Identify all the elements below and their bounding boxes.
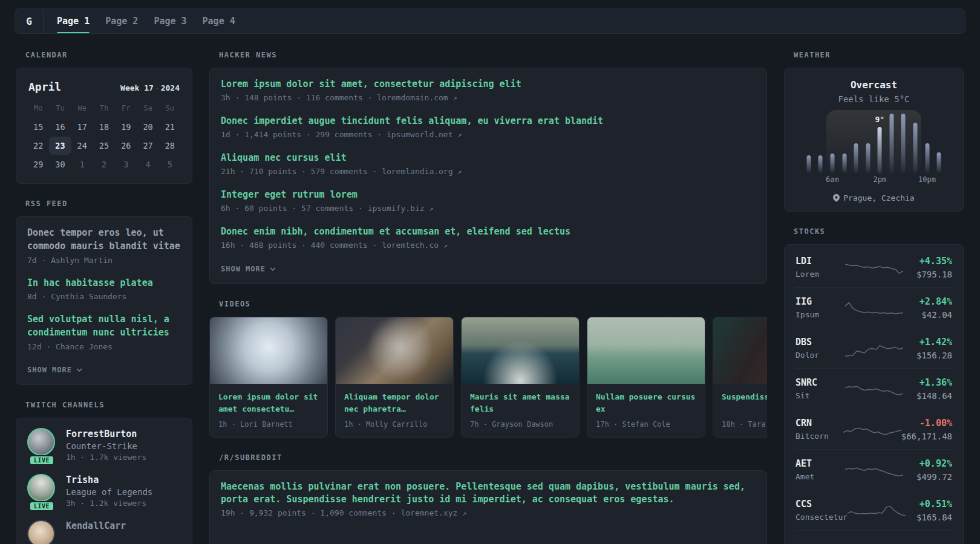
weather-bar bbox=[818, 155, 823, 173]
stocks-widget: STOCKS LDILorem +4.35%$795.18 IIGIpsum +… bbox=[784, 227, 964, 544]
weather-bars: 6am9°2pm10pm bbox=[803, 114, 945, 173]
channel-category[interactable]: League of Legends bbox=[66, 487, 152, 497]
video-card[interactable]: Nullam posuere cursus ex 17h · Stefan Co… bbox=[587, 317, 705, 438]
stock-name: Consectetur bbox=[795, 513, 848, 522]
external-link-icon: ↗ bbox=[457, 167, 462, 176]
twitch-channel-row[interactable]: KendallCarr bbox=[27, 520, 181, 544]
video-meta: 1h · Molly Carrillo bbox=[344, 420, 445, 429]
tab-page-4[interactable]: Page 4 bbox=[203, 9, 235, 33]
video-card[interactable]: Lorem ipsum dolor sit amet consectetu… 1… bbox=[209, 317, 328, 438]
dot-separator: · bbox=[154, 83, 161, 92]
weather-location: Prague, Czechia bbox=[794, 193, 953, 202]
twitch-channel-row[interactable]: LIVE Trisha League of Legends 3h · 1.2k … bbox=[27, 474, 181, 508]
weather-card: Overcast Feels like 5°C 6am9°2pm10pm Pra… bbox=[784, 68, 964, 212]
hn-story-link[interactable]: Aliquam nec cursus elit bbox=[221, 152, 756, 164]
video-title-link[interactable]: Mauris sit amet massa felis bbox=[470, 391, 570, 416]
rss-item-link[interactable]: Sed volutpat nulla nisl, a condimentum n… bbox=[27, 313, 181, 340]
hn-story: Donec enim nibh, condimentum et accumsan… bbox=[221, 225, 756, 250]
rss-item: Sed volutpat nulla nisl, a condimentum n… bbox=[27, 313, 181, 351]
weather-bar bbox=[937, 152, 941, 173]
stock-row[interactable]: DBSDolor +1.42%$156.28 bbox=[795, 328, 952, 368]
weather-hour-column bbox=[909, 114, 921, 173]
calendar-day: 18 bbox=[93, 118, 115, 136]
rss-item-link[interactable]: In hac habitasse platea bbox=[27, 277, 181, 290]
calendar-weekday-label: Sa bbox=[137, 99, 158, 117]
rss-item-meta: 12d · Chance Jones bbox=[27, 342, 181, 351]
stock-values: +0.92%$499.72 bbox=[903, 458, 953, 482]
stock-row[interactable]: LDILorem +4.35%$795.18 bbox=[795, 247, 952, 287]
stock-row[interactable]: AHS +0.46% bbox=[795, 530, 952, 544]
external-link-icon: ↗ bbox=[429, 204, 433, 213]
stock-row[interactable]: CRNBitcorn -1.00%$66,171.48 bbox=[795, 409, 952, 449]
weather-condition: Overcast bbox=[794, 79, 953, 91]
stock-row[interactable]: AETAmet +0.92%$499.72 bbox=[795, 449, 952, 490]
app-logo[interactable]: G bbox=[15, 9, 43, 33]
rss-item: Donec tempor eros leo, ut commodo mauris… bbox=[27, 227, 181, 265]
hn-story-domain-link[interactable]: loremdomain.com bbox=[377, 93, 448, 102]
video-info: Mauris sit amet massa felis 7h · Grayson… bbox=[462, 384, 579, 437]
tab-page-2[interactable]: Page 2 bbox=[105, 9, 138, 33]
calendar-widget: CALENDAR April Week 17·2024 MoTuWeThFrSa… bbox=[16, 51, 192, 184]
calendar-day: 2 bbox=[93, 155, 115, 173]
video-card[interactable]: Suspendisse diam 18h · Tara bbox=[713, 317, 767, 438]
hn-story-domain-link[interactable]: ipsumify.biz bbox=[368, 204, 425, 213]
hn-story-link[interactable]: Integer eget rutrum lorem bbox=[221, 189, 756, 201]
stock-price: $156.28 bbox=[903, 351, 953, 360]
channel-category[interactable]: Counter-Strike bbox=[66, 441, 146, 451]
rss-item-meta: 8d · Cynthia Saunders bbox=[27, 292, 181, 301]
weather-hourly-chart: 6am9°2pm10pm bbox=[803, 114, 945, 185]
weather-bar-current bbox=[878, 127, 882, 173]
channel-viewers-meta: 1h · 1.7k viewers bbox=[66, 453, 146, 462]
section-title-videos: VIDEOS bbox=[219, 300, 767, 308]
calendar-day: 27 bbox=[137, 137, 158, 155]
dot-separator: · bbox=[377, 130, 382, 139]
stock-id: LDILorem bbox=[795, 256, 845, 279]
hn-story-link[interactable]: Lorem ipsum dolor sit amet, consectetur … bbox=[221, 78, 756, 91]
reddit-post-domain-link[interactable]: loremnet.xyz bbox=[400, 508, 457, 517]
rss-show-more-button[interactable]: SHOW MORE bbox=[27, 366, 82, 374]
calendar-weekday-label: Mo bbox=[27, 99, 49, 117]
calendar-day: 1 bbox=[71, 155, 93, 173]
video-meta: 7h · Grayson Dawson bbox=[470, 420, 570, 429]
stock-row[interactable]: IIGIpsum +2.84%$42.04 bbox=[795, 287, 952, 328]
video-card[interactable]: Mauris sit amet massa felis 7h · Grayson… bbox=[461, 317, 580, 438]
hn-show-more-button[interactable]: SHOW MORE bbox=[221, 265, 276, 273]
video-title-link[interactable]: Nullam posuere cursus ex bbox=[596, 391, 696, 416]
stock-name: Lorem bbox=[795, 270, 845, 279]
hn-story-meta: 21h · 710 points · 579 comments · loreml… bbox=[221, 167, 756, 176]
stock-change: +1.36% bbox=[903, 377, 953, 388]
weather-time-label: 6am bbox=[826, 175, 839, 184]
hn-story-domain-link[interactable]: loremlandia.org bbox=[382, 167, 452, 176]
tab-page-1[interactable]: Page 1 bbox=[57, 9, 90, 33]
rss-item-link[interactable]: Donec tempor eros leo, ut commodo mauris… bbox=[27, 227, 181, 253]
video-info: Nullam posuere cursus ex 17h · Stefan Co… bbox=[587, 384, 705, 437]
video-title-link[interactable]: Suspendisse diam bbox=[722, 391, 767, 416]
hn-story-domain-link[interactable]: loremtech.co bbox=[382, 241, 439, 250]
channel-name-link[interactable]: KendallCarr bbox=[66, 520, 126, 531]
channel-name-link[interactable]: Trisha bbox=[66, 474, 99, 485]
hn-story-link[interactable]: Donec imperdiet augue tincidunt felis al… bbox=[221, 115, 756, 128]
channel-avatar-image bbox=[27, 520, 55, 544]
videos-widget: VIDEOS Lorem ipsum dolor sit amet consec… bbox=[209, 300, 767, 438]
hn-story: Donec imperdiet augue tincidunt felis al… bbox=[221, 115, 756, 139]
dot-separator: · bbox=[372, 241, 377, 250]
reddit-post-link[interactable]: Maecenas mollis pulvinar erat non posuer… bbox=[221, 481, 756, 506]
stock-id: CRNBitcorn bbox=[795, 418, 843, 441]
section-title-hackernews: HACKER NEWS bbox=[219, 51, 767, 59]
video-title-link[interactable]: Aliquam tempor dolor nec pharetra… bbox=[344, 391, 445, 416]
stock-ticker: CRN bbox=[795, 418, 843, 429]
calendar-day: 3 bbox=[115, 155, 137, 173]
dot-separator: · bbox=[372, 167, 377, 176]
channel-name-link[interactable]: ForrestBurton bbox=[66, 429, 137, 439]
video-card[interactable]: Aliquam tempor dolor nec pharetra… 1h · … bbox=[335, 317, 454, 438]
calendar-day: 20 bbox=[137, 118, 158, 136]
twitch-channel-row[interactable]: LIVE ForrestBurton Counter-Strike 1h · 1… bbox=[27, 428, 181, 462]
video-title-link[interactable]: Lorem ipsum dolor sit amet consectetu… bbox=[218, 391, 319, 416]
hn-story-link[interactable]: Donec enim nibh, condimentum et accumsan… bbox=[221, 225, 756, 238]
tab-page-3[interactable]: Page 3 bbox=[154, 9, 186, 33]
stock-row[interactable]: SNRCSit +1.36%$148.64 bbox=[795, 368, 952, 409]
reddit-post: Maecenas mollis pulvinar erat non posuer… bbox=[221, 481, 756, 517]
hn-story-domain-link[interactable]: ipsumworld.net bbox=[387, 130, 453, 139]
stock-values: +2.84%$42.04 bbox=[903, 296, 953, 320]
stock-row[interactable]: CCSConsectetur +0.51%$165.84 bbox=[795, 490, 952, 530]
